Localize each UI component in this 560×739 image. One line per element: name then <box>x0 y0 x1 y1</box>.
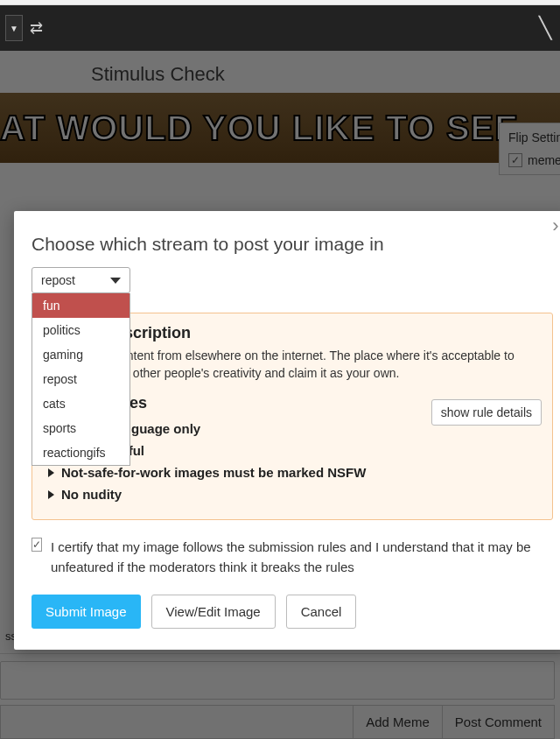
toolbar-dropdown[interactable]: ▼ <box>5 15 23 41</box>
rule-text: Not-safe-for-work images must be marked … <box>61 465 366 480</box>
cancel-button[interactable]: Cancel <box>286 595 357 629</box>
modal-title: Choose which stream to post your image i… <box>32 234 553 255</box>
stream-dropdown: fun politics gaming repost cats sports r… <box>32 293 130 466</box>
shuffle-icon[interactable]: ⇄ <box>30 18 54 38</box>
stream-option-fun[interactable]: fun <box>32 293 130 318</box>
submit-image-button[interactable]: Submit Image <box>32 595 141 629</box>
rule-item[interactable]: No nudity <box>46 483 538 505</box>
stream-option-repost[interactable]: repost <box>32 367 130 391</box>
stream-option-gaming[interactable]: gaming <box>32 342 130 367</box>
view-edit-image-button[interactable]: View/Edit Image <box>151 595 276 629</box>
menu-icon[interactable]: ╲ <box>539 16 555 40</box>
arrow-right-icon <box>48 468 54 477</box>
certify-text: I certify that my image follows the subm… <box>51 538 553 577</box>
stream-select-value: repost <box>41 273 75 287</box>
stream-option-politics[interactable]: politics <box>32 318 130 342</box>
stream-select[interactable]: repost fun politics gaming repost cats s… <box>32 267 130 293</box>
stream-select-modal: › Choose which stream to post your image… <box>14 211 560 650</box>
chevron-down-icon <box>110 278 121 284</box>
rule-text: No nudity <box>61 487 122 502</box>
page-body: Stimulus Check AT WOULD YOU LIKE TO SEE … <box>0 51 560 739</box>
modal-actions: Submit Image View/Edit Image Cancel <box>32 595 553 629</box>
stream-option-cats[interactable]: cats <box>32 391 130 416</box>
close-icon[interactable]: › <box>546 216 560 236</box>
app-toolbar: ▼ ⇄ ╲ <box>0 5 560 51</box>
stream-option-reactiongifs[interactable]: reactiongifs <box>32 440 130 465</box>
stream-select-button[interactable]: repost <box>32 267 130 293</box>
show-rule-details-button[interactable]: show rule details <box>431 399 542 426</box>
stream-option-sports[interactable]: sports <box>32 416 130 440</box>
certify-checkbox[interactable]: ✓ <box>32 538 42 552</box>
certify-row[interactable]: ✓ I certify that my image follows the su… <box>32 538 553 577</box>
chevron-down-icon: ▼ <box>10 24 18 33</box>
arrow-right-icon <box>48 490 54 499</box>
